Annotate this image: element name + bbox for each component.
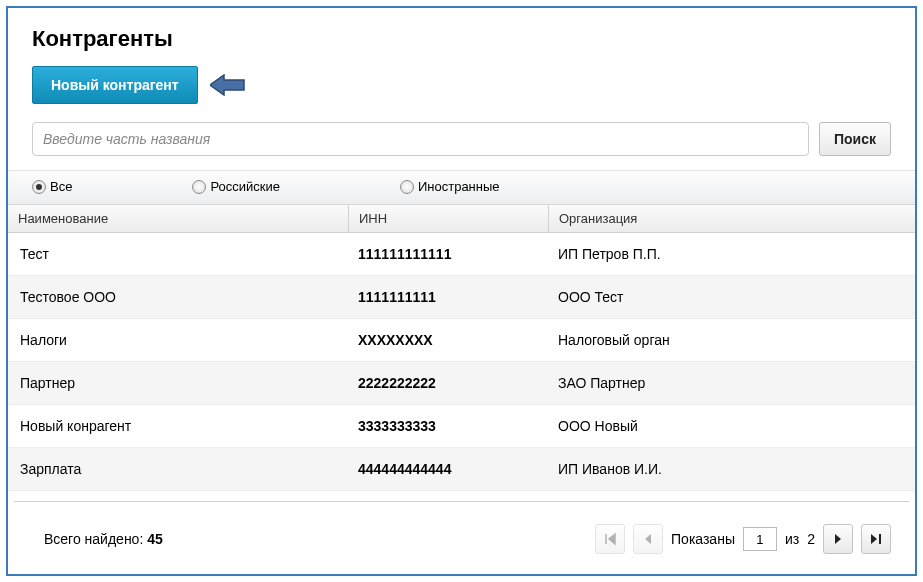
last-icon — [869, 532, 883, 546]
cell-inn: 111111111111 — [348, 240, 548, 268]
app-frame: Контрагенты Новый контрагент Поиск Все Р… — [6, 6, 917, 576]
cell-inn: 3333333333 — [348, 412, 548, 440]
cell-org: ЗАО Партнер — [548, 369, 915, 397]
next-page-button[interactable] — [823, 524, 853, 554]
table-row[interactable]: Партнер 2222222222 ЗАО Партнер — [8, 362, 915, 405]
first-page-button[interactable] — [595, 524, 625, 554]
cell-name: Новый конрагент — [8, 412, 348, 440]
filter-foreign-label: Иностранные — [418, 179, 500, 194]
filter-all-label: Все — [50, 179, 72, 194]
cell-name: Тест — [8, 240, 348, 268]
next-icon — [831, 532, 845, 546]
cell-inn: 1111111111 — [348, 283, 548, 311]
cell-org: Налоговый орган — [548, 326, 915, 354]
cell-name: Партнер — [8, 369, 348, 397]
filter-russian[interactable]: Российские — [192, 179, 280, 194]
cell-name: Тестовое ООО — [8, 283, 348, 311]
total-label: Всего найдено: — [44, 531, 143, 547]
page-total: 2 — [807, 531, 815, 547]
table-row[interactable]: Зарплата 444444444444 ИП Иванов И.И. — [8, 448, 915, 491]
table-row[interactable]: Налоги ХХХХХХХХ Налоговый орган — [8, 319, 915, 362]
radio-icon — [192, 180, 206, 194]
pointer-arrow-icon — [210, 74, 246, 96]
cell-inn: ХХХХХХХХ — [348, 326, 548, 354]
cell-name: Налоги — [8, 326, 348, 354]
col-inn-header[interactable]: ИНН — [348, 205, 548, 232]
cell-name: Зарплата — [8, 455, 348, 483]
action-row: Новый контрагент — [8, 66, 915, 122]
of-label: из — [785, 531, 799, 547]
cell-org: ИП Петров П.П. — [548, 240, 915, 268]
total-count: 45 — [147, 531, 163, 547]
shown-label: Показаны — [671, 531, 735, 547]
page-input[interactable] — [743, 527, 777, 551]
search-row: Поиск — [8, 122, 915, 170]
cell-org: ООО Тест — [548, 283, 915, 311]
pagination: Показаны из 2 — [595, 524, 891, 554]
last-page-button[interactable] — [861, 524, 891, 554]
separator — [14, 501, 909, 503]
search-input[interactable] — [32, 122, 809, 156]
table-row[interactable]: Тест 111111111111 ИП Петров П.П. — [8, 233, 915, 276]
col-org-header[interactable]: Организация — [548, 205, 915, 232]
filter-row: Все Российские Иностранные — [8, 170, 915, 205]
table-header: Наименование ИНН Организация — [8, 205, 915, 233]
cell-org: ООО Новый — [548, 412, 915, 440]
filter-russian-label: Российские — [210, 179, 280, 194]
footer-total: Всего найдено: 45 — [44, 531, 163, 547]
new-counterparty-button[interactable]: Новый контрагент — [32, 66, 198, 104]
filter-foreign[interactable]: Иностранные — [400, 179, 500, 194]
page-title: Контрагенты — [32, 26, 891, 52]
filter-all[interactable]: Все — [32, 179, 72, 194]
cell-inn: 2222222222 — [348, 369, 548, 397]
prev-page-button[interactable] — [633, 524, 663, 554]
footer: Всего найдено: 45 Показаны из 2 — [8, 508, 915, 574]
cell-org: ИП Иванов И.И. — [548, 455, 915, 483]
table-row[interactable]: Новый конрагент 3333333333 ООО Новый — [8, 405, 915, 448]
radio-icon — [32, 180, 46, 194]
search-button[interactable]: Поиск — [819, 122, 891, 156]
prev-icon — [641, 532, 655, 546]
table-body: Тест 111111111111 ИП Петров П.П. Тестово… — [8, 233, 915, 491]
table-row[interactable]: Тестовое ООО 1111111111 ООО Тест — [8, 276, 915, 319]
radio-icon — [400, 180, 414, 194]
col-name-header[interactable]: Наименование — [8, 205, 348, 232]
first-icon — [603, 532, 617, 546]
cell-inn: 444444444444 — [348, 455, 548, 483]
header: Контрагенты — [8, 8, 915, 66]
